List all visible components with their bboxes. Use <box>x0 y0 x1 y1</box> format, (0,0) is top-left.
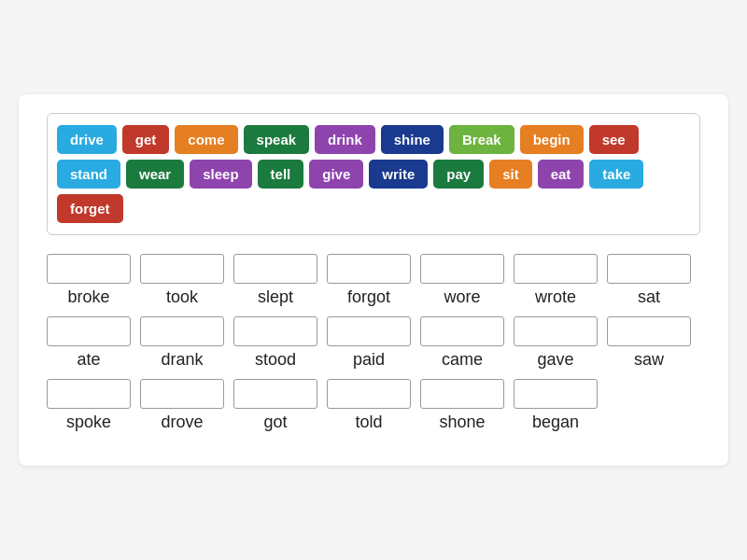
answer-label-got: got <box>263 413 287 432</box>
answer-section: broketooksleptforgotworewrotesatatedrank… <box>47 254 700 438</box>
answer-item-gave: gave <box>514 316 598 370</box>
word-chip-see[interactable]: see <box>589 125 639 154</box>
answer-item-forgot: forgot <box>327 254 411 307</box>
answer-label-forgot: forgot <box>347 287 390 307</box>
answer-label-spoke: spoke <box>66 413 111 432</box>
word-chip-break[interactable]: Break <box>449 125 514 154</box>
answer-item-slept: slept <box>233 254 317 307</box>
answer-item-shone: shone <box>420 379 504 432</box>
answer-label-paid: paid <box>353 350 385 370</box>
answer-item-got: got <box>233 379 317 432</box>
answer-item-drank: drank <box>140 316 224 370</box>
answer-input-drove[interactable] <box>140 379 224 409</box>
answer-label-gave: gave <box>537 350 573 370</box>
word-chip-forget[interactable]: forget <box>57 194 123 223</box>
word-chip-speak[interactable]: speak <box>244 125 310 154</box>
answer-label-slept: slept <box>258 287 293 307</box>
answer-input-broke[interactable] <box>47 254 131 284</box>
answer-item-ate: ate <box>47 316 131 370</box>
word-chip-drink[interactable]: drink <box>315 125 375 154</box>
word-chip-sleep[interactable]: sleep <box>190 160 251 189</box>
word-chip-wear[interactable]: wear <box>126 160 184 189</box>
word-chip-eat[interactable]: eat <box>538 160 585 189</box>
answer-input-drank[interactable] <box>140 316 224 346</box>
answer-item-sat: sat <box>607 254 691 307</box>
answer-input-began[interactable] <box>514 379 598 409</box>
answer-input-wrote[interactable] <box>514 254 598 284</box>
answer-label-broke: broke <box>67 287 109 307</box>
answer-item-drove: drove <box>140 379 224 432</box>
word-chip-begin[interactable]: begin <box>520 125 584 154</box>
word-chip-pay[interactable]: pay <box>433 160 484 189</box>
main-container: drivegetcomespeakdrinkshineBreakbeginsee… <box>19 94 728 466</box>
answer-input-told[interactable] <box>327 379 411 409</box>
answer-item-paid: paid <box>327 316 411 370</box>
answer-input-saw[interactable] <box>607 316 691 346</box>
word-chip-give[interactable]: give <box>309 160 363 189</box>
answer-label-began: began <box>532 413 579 432</box>
answer-row-1: atedrankstoodpaidcamegavesaw <box>47 316 700 370</box>
answer-row-2: spokedrovegottoldshonebegan <box>47 379 700 432</box>
answer-label-wore: wore <box>444 287 480 307</box>
word-bank: drivegetcomespeakdrinkshineBreakbeginsee… <box>47 113 700 235</box>
word-chip-sit[interactable]: sit <box>489 160 532 189</box>
answer-input-gave[interactable] <box>514 316 598 346</box>
word-chip-write[interactable]: write <box>369 160 428 189</box>
answer-item-told: told <box>327 379 411 432</box>
answer-item-broke: broke <box>47 254 131 307</box>
answer-item-took: took <box>140 254 224 307</box>
answer-label-drove: drove <box>161 413 203 432</box>
answer-input-got[interactable] <box>233 379 317 409</box>
answer-input-forgot[interactable] <box>327 254 411 284</box>
answer-input-slept[interactable] <box>233 254 317 284</box>
word-chip-shine[interactable]: shine <box>381 125 444 154</box>
answer-item-spoke: spoke <box>47 379 131 432</box>
answer-label-shone: shone <box>439 413 485 432</box>
word-chip-come[interactable]: come <box>175 125 237 154</box>
answer-input-stood[interactable] <box>233 316 317 346</box>
word-chip-drive[interactable]: drive <box>57 125 117 154</box>
answer-label-sat: sat <box>638 287 660 307</box>
word-chip-tell[interactable]: tell <box>258 160 304 189</box>
answer-item-stood: stood <box>233 316 317 370</box>
answer-item-wore: wore <box>420 254 504 307</box>
answer-input-came[interactable] <box>420 316 504 346</box>
answer-item-saw: saw <box>607 316 691 370</box>
word-chip-stand[interactable]: stand <box>57 160 120 189</box>
answer-label-drank: drank <box>161 350 203 370</box>
answer-label-wrote: wrote <box>535 287 576 307</box>
answer-input-spoke[interactable] <box>47 379 131 409</box>
answer-row-0: broketooksleptforgotworewrotesat <box>47 254 700 307</box>
word-chip-get[interactable]: get <box>122 125 170 154</box>
answer-item-began: began <box>514 379 598 432</box>
answer-input-shone[interactable] <box>420 379 504 409</box>
word-chip-take[interactable]: take <box>589 160 643 189</box>
answer-label-ate: ate <box>77 350 100 370</box>
answer-label-saw: saw <box>634 350 664 370</box>
answer-input-wore[interactable] <box>420 254 504 284</box>
answer-label-came: came <box>442 350 483 370</box>
answer-label-stood: stood <box>255 350 296 370</box>
answer-label-told: told <box>355 413 382 432</box>
answer-input-paid[interactable] <box>327 316 411 346</box>
answer-label-took: took <box>166 287 198 307</box>
answer-input-sat[interactable] <box>607 254 691 284</box>
answer-item-wrote: wrote <box>514 254 598 307</box>
answer-input-took[interactable] <box>140 254 224 284</box>
answer-input-ate[interactable] <box>47 316 131 346</box>
answer-item-came: came <box>420 316 504 370</box>
